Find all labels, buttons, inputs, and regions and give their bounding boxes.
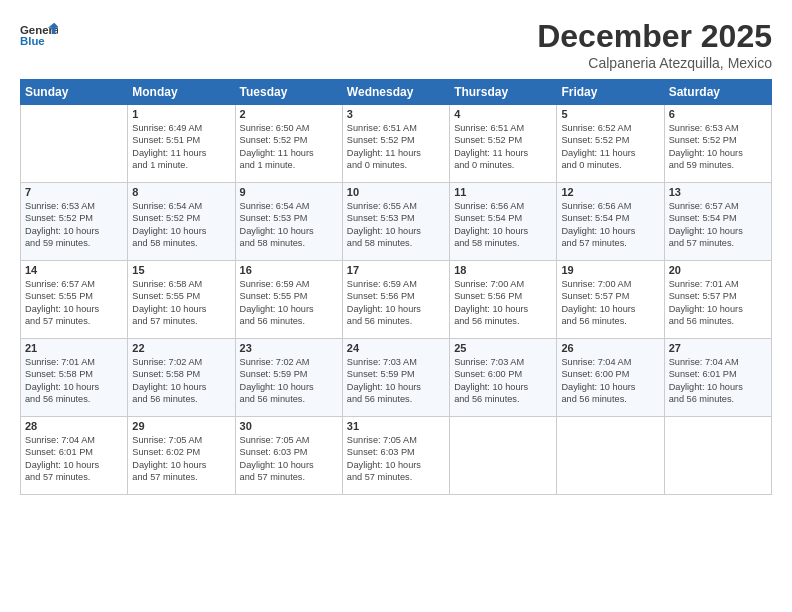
week-row-4: 21Sunrise: 7:01 AM Sunset: 5:58 PM Dayli… — [21, 339, 772, 417]
cell-text: Sunrise: 6:53 AM Sunset: 5:52 PM Dayligh… — [25, 200, 123, 250]
calendar-cell: 25Sunrise: 7:03 AM Sunset: 6:00 PM Dayli… — [450, 339, 557, 417]
weekday-sunday: Sunday — [21, 80, 128, 105]
weekday-header-row: SundayMondayTuesdayWednesdayThursdayFrid… — [21, 80, 772, 105]
calendar-cell: 9Sunrise: 6:54 AM Sunset: 5:53 PM Daylig… — [235, 183, 342, 261]
day-number: 25 — [454, 342, 552, 354]
week-row-5: 28Sunrise: 7:04 AM Sunset: 6:01 PM Dayli… — [21, 417, 772, 495]
calendar-cell: 19Sunrise: 7:00 AM Sunset: 5:57 PM Dayli… — [557, 261, 664, 339]
cell-text: Sunrise: 6:53 AM Sunset: 5:52 PM Dayligh… — [669, 122, 767, 172]
week-row-1: 1Sunrise: 6:49 AM Sunset: 5:51 PM Daylig… — [21, 105, 772, 183]
cell-text: Sunrise: 6:57 AM Sunset: 5:54 PM Dayligh… — [669, 200, 767, 250]
cell-text: Sunrise: 6:56 AM Sunset: 5:54 PM Dayligh… — [561, 200, 659, 250]
calendar-cell — [21, 105, 128, 183]
cell-text: Sunrise: 6:57 AM Sunset: 5:55 PM Dayligh… — [25, 278, 123, 328]
day-number: 24 — [347, 342, 445, 354]
day-number: 31 — [347, 420, 445, 432]
header: General Blue December 2025 Calpaneria At… — [20, 18, 772, 71]
cell-text: Sunrise: 7:01 AM Sunset: 5:58 PM Dayligh… — [25, 356, 123, 406]
day-number: 3 — [347, 108, 445, 120]
calendar-cell — [450, 417, 557, 495]
cell-text: Sunrise: 7:04 AM Sunset: 6:01 PM Dayligh… — [669, 356, 767, 406]
day-number: 28 — [25, 420, 123, 432]
calendar-cell: 18Sunrise: 7:00 AM Sunset: 5:56 PM Dayli… — [450, 261, 557, 339]
calendar-cell: 20Sunrise: 7:01 AM Sunset: 5:57 PM Dayli… — [664, 261, 771, 339]
calendar-cell: 7Sunrise: 6:53 AM Sunset: 5:52 PM Daylig… — [21, 183, 128, 261]
day-number: 8 — [132, 186, 230, 198]
calendar-cell: 11Sunrise: 6:56 AM Sunset: 5:54 PM Dayli… — [450, 183, 557, 261]
day-number: 21 — [25, 342, 123, 354]
cell-text: Sunrise: 7:05 AM Sunset: 6:02 PM Dayligh… — [132, 434, 230, 484]
calendar-cell: 15Sunrise: 6:58 AM Sunset: 5:55 PM Dayli… — [128, 261, 235, 339]
cell-text: Sunrise: 7:02 AM Sunset: 5:59 PM Dayligh… — [240, 356, 338, 406]
calendar-cell: 6Sunrise: 6:53 AM Sunset: 5:52 PM Daylig… — [664, 105, 771, 183]
calendar-cell: 10Sunrise: 6:55 AM Sunset: 5:53 PM Dayli… — [342, 183, 449, 261]
weekday-tuesday: Tuesday — [235, 80, 342, 105]
logo: General Blue — [20, 18, 58, 54]
calendar-cell — [664, 417, 771, 495]
cell-text: Sunrise: 7:04 AM Sunset: 6:00 PM Dayligh… — [561, 356, 659, 406]
calendar-cell: 5Sunrise: 6:52 AM Sunset: 5:52 PM Daylig… — [557, 105, 664, 183]
cell-text: Sunrise: 6:49 AM Sunset: 5:51 PM Dayligh… — [132, 122, 230, 172]
cell-text: Sunrise: 7:00 AM Sunset: 5:57 PM Dayligh… — [561, 278, 659, 328]
day-number: 15 — [132, 264, 230, 276]
calendar-cell: 1Sunrise: 6:49 AM Sunset: 5:51 PM Daylig… — [128, 105, 235, 183]
cell-text: Sunrise: 6:59 AM Sunset: 5:55 PM Dayligh… — [240, 278, 338, 328]
calendar-cell: 31Sunrise: 7:05 AM Sunset: 6:03 PM Dayli… — [342, 417, 449, 495]
calendar-cell: 14Sunrise: 6:57 AM Sunset: 5:55 PM Dayli… — [21, 261, 128, 339]
cell-text: Sunrise: 6:54 AM Sunset: 5:53 PM Dayligh… — [240, 200, 338, 250]
cell-text: Sunrise: 6:51 AM Sunset: 5:52 PM Dayligh… — [454, 122, 552, 172]
cell-text: Sunrise: 6:55 AM Sunset: 5:53 PM Dayligh… — [347, 200, 445, 250]
title-block: December 2025 Calpaneria Atezquilla, Mex… — [537, 18, 772, 71]
calendar-cell: 4Sunrise: 6:51 AM Sunset: 5:52 PM Daylig… — [450, 105, 557, 183]
day-number: 4 — [454, 108, 552, 120]
cell-text: Sunrise: 7:02 AM Sunset: 5:58 PM Dayligh… — [132, 356, 230, 406]
day-number: 19 — [561, 264, 659, 276]
day-number: 18 — [454, 264, 552, 276]
day-number: 16 — [240, 264, 338, 276]
day-number: 7 — [25, 186, 123, 198]
day-number: 2 — [240, 108, 338, 120]
calendar-page: General Blue December 2025 Calpaneria At… — [0, 0, 792, 612]
week-row-2: 7Sunrise: 6:53 AM Sunset: 5:52 PM Daylig… — [21, 183, 772, 261]
calendar-cell: 29Sunrise: 7:05 AM Sunset: 6:02 PM Dayli… — [128, 417, 235, 495]
calendar-cell: 2Sunrise: 6:50 AM Sunset: 5:52 PM Daylig… — [235, 105, 342, 183]
weekday-thursday: Thursday — [450, 80, 557, 105]
day-number: 13 — [669, 186, 767, 198]
cell-text: Sunrise: 7:05 AM Sunset: 6:03 PM Dayligh… — [347, 434, 445, 484]
svg-text:Blue: Blue — [20, 36, 45, 48]
weekday-wednesday: Wednesday — [342, 80, 449, 105]
cell-text: Sunrise: 6:56 AM Sunset: 5:54 PM Dayligh… — [454, 200, 552, 250]
cell-text: Sunrise: 6:52 AM Sunset: 5:52 PM Dayligh… — [561, 122, 659, 172]
day-number: 14 — [25, 264, 123, 276]
day-number: 26 — [561, 342, 659, 354]
calendar-cell: 17Sunrise: 6:59 AM Sunset: 5:56 PM Dayli… — [342, 261, 449, 339]
day-number: 30 — [240, 420, 338, 432]
location: Calpaneria Atezquilla, Mexico — [537, 55, 772, 71]
cell-text: Sunrise: 6:50 AM Sunset: 5:52 PM Dayligh… — [240, 122, 338, 172]
calendar-cell: 30Sunrise: 7:05 AM Sunset: 6:03 PM Dayli… — [235, 417, 342, 495]
cell-text: Sunrise: 7:04 AM Sunset: 6:01 PM Dayligh… — [25, 434, 123, 484]
cell-text: Sunrise: 6:54 AM Sunset: 5:52 PM Dayligh… — [132, 200, 230, 250]
calendar-cell: 12Sunrise: 6:56 AM Sunset: 5:54 PM Dayli… — [557, 183, 664, 261]
day-number: 11 — [454, 186, 552, 198]
calendar-cell: 24Sunrise: 7:03 AM Sunset: 5:59 PM Dayli… — [342, 339, 449, 417]
cell-text: Sunrise: 6:59 AM Sunset: 5:56 PM Dayligh… — [347, 278, 445, 328]
calendar-cell: 3Sunrise: 6:51 AM Sunset: 5:52 PM Daylig… — [342, 105, 449, 183]
cell-text: Sunrise: 7:05 AM Sunset: 6:03 PM Dayligh… — [240, 434, 338, 484]
calendar-table: SundayMondayTuesdayWednesdayThursdayFrid… — [20, 79, 772, 495]
day-number: 29 — [132, 420, 230, 432]
day-number: 12 — [561, 186, 659, 198]
calendar-cell — [557, 417, 664, 495]
cell-text: Sunrise: 7:00 AM Sunset: 5:56 PM Dayligh… — [454, 278, 552, 328]
calendar-cell: 13Sunrise: 6:57 AM Sunset: 5:54 PM Dayli… — [664, 183, 771, 261]
weekday-monday: Monday — [128, 80, 235, 105]
weekday-friday: Friday — [557, 80, 664, 105]
day-number: 22 — [132, 342, 230, 354]
calendar-body: 1Sunrise: 6:49 AM Sunset: 5:51 PM Daylig… — [21, 105, 772, 495]
day-number: 17 — [347, 264, 445, 276]
day-number: 9 — [240, 186, 338, 198]
month-title: December 2025 — [537, 18, 772, 55]
weekday-saturday: Saturday — [664, 80, 771, 105]
logo-icon: General Blue — [20, 18, 58, 54]
week-row-3: 14Sunrise: 6:57 AM Sunset: 5:55 PM Dayli… — [21, 261, 772, 339]
